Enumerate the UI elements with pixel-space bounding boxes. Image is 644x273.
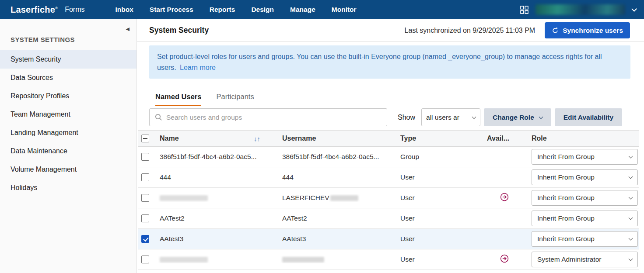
topnav-items: InboxStart ProcessReportsDesignManageMon…: [116, 6, 357, 14]
redacted-text: [282, 257, 324, 263]
sidebar-item-data-sources[interactable]: Data Sources: [0, 69, 136, 87]
cell-name: 386f51bf-f5df-4bc4-a6b2-0ac5...: [157, 153, 280, 161]
change-role-button[interactable]: Change Role: [484, 108, 551, 126]
row-checkbox[interactable]: [141, 173, 149, 181]
synchronize-users-button[interactable]: Synchronize users: [545, 22, 630, 38]
cell-name: AATest2: [157, 214, 280, 222]
show-filter-dropdown[interactable]: all users ar: [421, 108, 480, 126]
cell-type: User: [398, 214, 484, 222]
column-header-availability[interactable]: Avail...: [484, 135, 529, 142]
account-chevron-down-icon[interactable]: [631, 6, 637, 12]
search-icon: [155, 114, 162, 121]
sidebar-collapse-icon[interactable]: ◀: [126, 26, 130, 32]
nav-item-reports[interactable]: Reports: [210, 6, 235, 14]
table-row[interactable]: 386f51bf-f5df-4bc4-a6b2-0ac5...386f51bf-…: [138, 147, 639, 167]
nav-item-start-process[interactable]: Start Process: [150, 6, 193, 14]
apps-grid-icon[interactable]: [520, 6, 528, 14]
cell-name: AAtest3: [157, 235, 280, 243]
row-checkbox[interactable]: [141, 214, 149, 222]
cell-username: [280, 256, 398, 263]
select-all-checkbox[interactable]: [141, 135, 149, 142]
tab-named-users[interactable]: Named Users: [155, 93, 201, 106]
redacted-text: [160, 195, 208, 201]
sidebar-item-system-security[interactable]: System Security: [0, 50, 136, 69]
banner-text: Set product-level roles for users and gr…: [157, 53, 602, 71]
page-title: System Security: [149, 26, 209, 35]
column-header-role[interactable]: Role: [529, 135, 639, 142]
role-value: Inherit From Group: [537, 235, 595, 243]
nav-item-design[interactable]: Design: [251, 6, 274, 14]
cell-role: Inherit From Group: [529, 149, 639, 165]
role-value: Inherit From Group: [537, 153, 595, 161]
row-checkbox[interactable]: [141, 235, 149, 243]
cell-availability: [484, 193, 529, 203]
toolbar: Show all users ar Change Role Edit Avail…: [149, 108, 639, 126]
table-row[interactable]: AAtest3AAtest3UserInherit From Group: [138, 229, 639, 249]
user-account-name-redacted[interactable]: [536, 4, 625, 15]
chevron-down-icon: [629, 154, 633, 159]
sidebar-items: System SecurityData SourcesRepository Pr…: [0, 50, 136, 197]
column-header-name[interactable]: Name ↓↑: [157, 135, 280, 142]
sidebar-heading: SYSTEM SETTINGS: [0, 19, 136, 50]
role-dropdown[interactable]: Inherit From Group: [532, 190, 638, 206]
nav-item-monitor[interactable]: Monitor: [332, 6, 357, 14]
cell-type: Group: [398, 153, 484, 161]
cell-name: [157, 194, 280, 202]
tab-participants[interactable]: Participants: [216, 93, 254, 106]
cell-username: 444: [280, 173, 398, 181]
role-dropdown[interactable]: System Administrator: [532, 252, 638, 267]
cell-role: Inherit From Group: [529, 169, 639, 185]
column-header-username[interactable]: Username: [280, 135, 398, 142]
cell-type: User: [398, 256, 484, 263]
nav-item-manage[interactable]: Manage: [290, 6, 315, 14]
cell-name: [157, 256, 280, 263]
cell-username: AATest2: [280, 214, 398, 222]
role-value: System Administrator: [537, 256, 601, 263]
show-label: Show: [398, 114, 415, 121]
sidebar-item-landing-management[interactable]: Landing Management: [0, 124, 136, 142]
cell-role: Inherit From Group: [529, 190, 639, 206]
sidebar-item-data-maintenance[interactable]: Data Maintenance: [0, 142, 136, 160]
search-input[interactable]: [166, 114, 382, 121]
table-body: 386f51bf-f5df-4bc4-a6b2-0ac5...386f51bf-…: [138, 147, 639, 270]
role-dropdown[interactable]: Inherit From Group: [532, 231, 638, 247]
table-row[interactable]: UserSystem Administrator: [138, 249, 639, 270]
availability-arrow-icon: [500, 254, 509, 263]
search-box: [149, 108, 387, 126]
page-header: System Security Last synchronized on 9/2…: [137, 19, 644, 42]
sort-icon[interactable]: ↓↑: [254, 135, 260, 142]
row-checkbox[interactable]: [141, 153, 149, 161]
chevron-down-icon: [629, 216, 633, 220]
column-header-type[interactable]: Type: [398, 135, 484, 142]
chevron-down-icon: [629, 195, 633, 200]
table-row[interactable]: LASERFICHEVUserInherit From Group: [138, 188, 639, 208]
sidebar-item-team-management[interactable]: Team Management: [0, 105, 136, 124]
table-row[interactable]: 444444UserInherit From Group: [138, 167, 639, 188]
cell-username: LASERFICHEV: [280, 194, 398, 202]
sidebar-item-volume-management[interactable]: Volume Management: [0, 160, 136, 179]
role-dropdown[interactable]: Inherit From Group: [532, 211, 638, 226]
row-checkbox[interactable]: [141, 256, 149, 263]
tabs: Named UsersParticipants: [155, 93, 639, 106]
table-row[interactable]: AATest2AATest2UserInherit From Group: [138, 208, 639, 229]
cell-availability: [484, 254, 529, 265]
laserfiche-logo: Laserfiche®: [10, 5, 58, 15]
cell-name: 444: [157, 173, 280, 181]
users-table: Name ↓↑ Username Type Avail... Role 386f…: [138, 130, 639, 270]
sidebar-item-repository-profiles[interactable]: Repository Profiles: [0, 87, 136, 105]
role-dropdown[interactable]: Inherit From Group: [532, 149, 638, 165]
role-value: Inherit From Group: [537, 214, 595, 222]
chevron-down-icon: [629, 236, 633, 241]
role-value: Inherit From Group: [537, 194, 595, 202]
table-header-row: Name ↓↑ Username Type Avail... Role: [138, 130, 639, 147]
chevron-down-icon: [539, 114, 543, 119]
sidebar-item-holidays[interactable]: Holidays: [0, 179, 136, 197]
edit-availability-button[interactable]: Edit Availability: [555, 108, 622, 126]
nav-item-inbox[interactable]: Inbox: [116, 6, 133, 14]
cell-role: Inherit From Group: [529, 211, 639, 226]
cell-role: System Administrator: [529, 252, 639, 267]
row-checkbox[interactable]: [141, 194, 149, 202]
learn-more-link[interactable]: Learn more: [180, 64, 216, 71]
top-navigation-bar: Laserfiche® Forms InboxStart ProcessRepo…: [0, 0, 644, 19]
role-dropdown[interactable]: Inherit From Group: [532, 169, 638, 185]
